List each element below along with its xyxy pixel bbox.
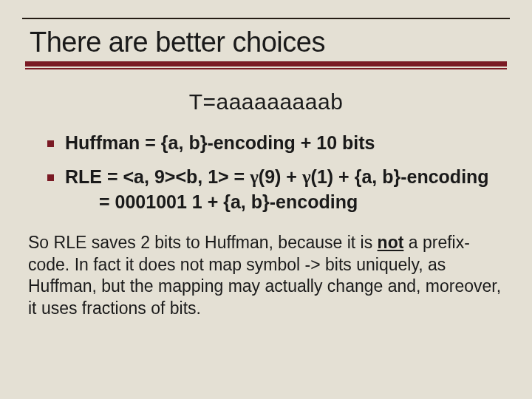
gamma-icon: γ — [250, 167, 259, 187]
bullet-huffman: Huffman = {a, b}-encoding + 10 bits — [47, 131, 507, 156]
note-pre: So RLE saves 2 bits to Huffman, because … — [28, 233, 378, 252]
slide-title: There are better choices — [30, 27, 507, 58]
example-string: T=aaaaaaaaab — [25, 89, 507, 115]
rle-prefix: RLE = <a, 9><b, 1> = — [65, 166, 250, 187]
slide: There are better choices T=aaaaaaaaab Hu… — [0, 0, 532, 399]
rule-thick — [25, 61, 507, 66]
top-divider — [22, 18, 510, 19]
bullet-list: Huffman = {a, b}-encoding + 10 bits RLE … — [47, 131, 507, 214]
note-not: not — [378, 233, 404, 252]
rle-line2: = 0001001 1 + {a, b}-encoding — [65, 190, 507, 215]
title-rule — [25, 61, 507, 67]
rle-after-g9: (9) + — [259, 166, 302, 187]
rule-thin — [25, 68, 507, 69]
rle-after-g1: (1) + {a, b}-encoding — [311, 166, 489, 187]
bullet-rle: RLE = <a, 9><b, 1> = γ(9) + γ(1) + {a, b… — [47, 165, 507, 215]
footnote: So RLE saves 2 bits to Huffman, because … — [28, 232, 504, 319]
gamma-icon: γ — [302, 167, 311, 187]
